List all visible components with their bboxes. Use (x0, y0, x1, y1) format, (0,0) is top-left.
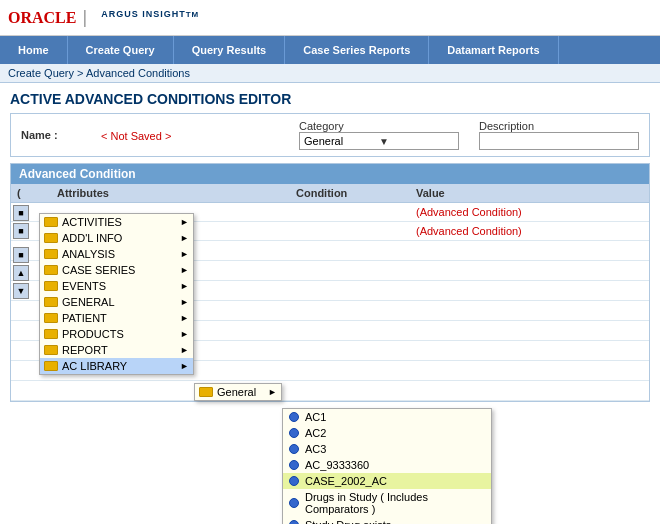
ac-item-label: AC2 (305, 427, 326, 439)
ac-table-header: ( Attributes Condition Value (11, 184, 649, 203)
ac-item-study-drug[interactable]: Study Drug exists (283, 517, 491, 524)
breadcrumb-create-query[interactable]: Create Query (8, 67, 74, 79)
attributes-dropdown-menu: ACTIVITIES ► ADD'L INFO ► ANALYSIS ► CAS… (39, 213, 194, 375)
menu-item-label: AC LIBRARY (62, 360, 127, 372)
ac-section-header: Advanced Condition (11, 164, 649, 184)
bullet-icon (289, 476, 299, 486)
menu-item-ac-library[interactable]: AC LIBRARY ► (40, 358, 193, 374)
col-condition-header: Condition (290, 184, 410, 202)
page-title: ACTIVE ADVANCED CONDITIONS EDITOR (0, 83, 660, 113)
menu-item-patient[interactable]: PATIENT ► (40, 310, 193, 326)
folder-icon (44, 217, 58, 227)
oracle-logo: ORACLE (8, 9, 76, 27)
arrow-icon: ► (180, 217, 189, 227)
menu-item-label: ANALYSIS (62, 248, 115, 260)
nav-create-query[interactable]: Create Query (68, 36, 174, 64)
ac-item-label: CASE_2002_AC (305, 475, 387, 487)
ac-item-case2002[interactable]: CASE_2002_AC (283, 473, 491, 489)
menu-item-analysis[interactable]: ANALYSIS ► (40, 246, 193, 262)
ac-content: (Advanced Condition) sts (Advanced Condi… (11, 203, 649, 401)
nav-datamart[interactable]: Datamart Reports (429, 36, 558, 64)
tool-btn-2[interactable]: ■ (13, 223, 29, 239)
arrow-icon: ► (180, 233, 189, 243)
ac-item-label: Study Drug exists (305, 519, 391, 524)
arrow-icon: ► (180, 329, 189, 339)
menu-outer: ACTIVITIES ► ADD'L INFO ► ANALYSIS ► CAS… (39, 213, 194, 375)
folder-icon (44, 345, 58, 355)
tool-btn-5[interactable]: ▼ (13, 283, 29, 299)
ac-item-ac2[interactable]: AC2 (283, 425, 491, 441)
nav-query-results[interactable]: Query Results (174, 36, 286, 64)
ac-item-label: AC_9333360 (305, 459, 369, 471)
folder-icon (44, 329, 58, 339)
arrow-icon: ► (180, 281, 189, 291)
folder-icon (44, 265, 58, 275)
ac-item-label: Drugs in Study ( Includes Comparators ) (305, 491, 485, 515)
arrow-icon: ► (180, 249, 189, 259)
bullet-icon (289, 460, 299, 470)
category-label: Category (299, 120, 459, 132)
menu-item-products[interactable]: PRODUCTS ► (40, 326, 193, 342)
bullet-icon (289, 498, 299, 508)
app-header: ORACLE | ARGUS INSIGHTTM (0, 0, 660, 36)
name-label: Name : (21, 129, 81, 141)
row2-value: (Advanced Condition) (410, 222, 649, 240)
menu-item-general[interactable]: GENERAL ► (40, 294, 193, 310)
ac-item-ac3[interactable]: AC3 (283, 441, 491, 457)
general-label: General (217, 386, 256, 398)
bullet-icon (289, 444, 299, 454)
col-value-header: Value (410, 184, 649, 202)
menu-item-label: GENERAL (62, 296, 115, 308)
arrow-icon: ► (180, 313, 189, 323)
breadcrumb: Create Query > Advanced Conditions (0, 64, 660, 83)
row2-cond (290, 228, 410, 234)
tool-btn-1[interactable]: ■ (13, 205, 29, 221)
menu-item-report[interactable]: REPORT ► (40, 342, 193, 358)
arrow-icon: ► (180, 361, 189, 371)
menu-item-label: CASE SERIES (62, 264, 135, 276)
folder-icon (44, 233, 58, 243)
menu-item-case-series[interactable]: CASE SERIES ► (40, 262, 193, 278)
bullet-icon (289, 428, 299, 438)
category-value: General (304, 135, 379, 147)
category-arrow-icon: ▼ (379, 136, 454, 147)
ac-item-label: AC3 (305, 443, 326, 455)
bullet-icon (289, 520, 299, 524)
tool-btn-3[interactable]: ■ (13, 247, 29, 263)
menu-item-activities[interactable]: ACTIVITIES ► (40, 214, 193, 230)
nav-home[interactable]: Home (0, 36, 68, 64)
logo-separator: | (82, 7, 87, 28)
breadcrumb-separator: > (77, 67, 86, 79)
tool-btn-4[interactable]: ▲ (13, 265, 29, 281)
side-tools: ■ ■ ■ ▲ ▼ (11, 203, 31, 301)
folder-icon (44, 281, 58, 291)
nav-case-series[interactable]: Case Series Reports (285, 36, 429, 64)
ac-item-ac9333360[interactable]: AC_9333360 (283, 457, 491, 473)
menu-item-addl-info[interactable]: ADD'L INFO ► (40, 230, 193, 246)
ac-item-ac1[interactable]: AC1 (283, 409, 491, 425)
menu-item-label: PRODUCTS (62, 328, 124, 340)
table-row-empty (11, 381, 649, 401)
bullet-icon (289, 412, 299, 422)
folder-icon (44, 249, 58, 259)
row1-value: (Advanced Condition) (410, 203, 649, 221)
menu-item-label: ADD'L INFO (62, 232, 122, 244)
folder-icon (44, 361, 58, 371)
arrow-icon: ► (180, 345, 189, 355)
ac-item-label: AC1 (305, 411, 326, 423)
name-value: < Not Saved > (101, 130, 279, 142)
menu-item-events[interactable]: EVENTS ► (40, 278, 193, 294)
description-input[interactable] (479, 132, 639, 150)
category-select[interactable]: General ▼ (299, 132, 459, 150)
ac-items-submenu: AC1 AC2 AC3 AC_9333360 CASE_2002_AC (282, 408, 492, 524)
col-attributes-header: Attributes (51, 184, 290, 202)
col-paren-header: ( (11, 184, 51, 202)
ac-item-drugs-in-study[interactable]: Drugs in Study ( Includes Comparators ) (283, 489, 491, 517)
general-submenu-item[interactable]: General ► (195, 384, 281, 400)
arrow-icon: ► (268, 387, 277, 397)
nav-bar: Home Create Query Query Results Case Ser… (0, 36, 660, 64)
menu-item-label: PATIENT (62, 312, 107, 324)
product-name: ARGUS INSIGHTTM (101, 9, 199, 25)
description-label: Description (479, 120, 639, 132)
menu-item-label: REPORT (62, 344, 108, 356)
